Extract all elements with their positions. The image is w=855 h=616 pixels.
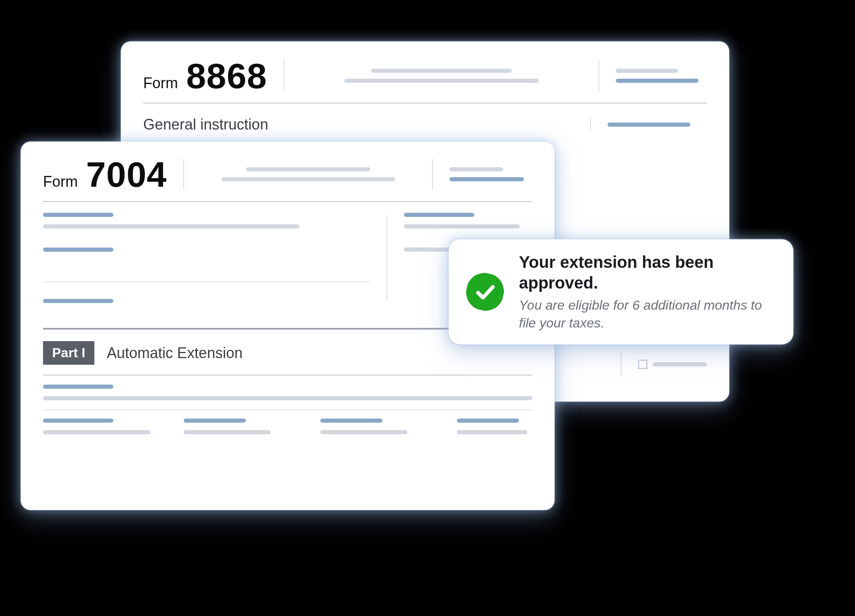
placeholder-group: [608, 116, 707, 133]
placeholder-line: [43, 213, 113, 217]
placeholder-line: [449, 177, 524, 181]
divider: [183, 159, 184, 190]
divider-line: [43, 282, 370, 282]
placeholder-line: [457, 430, 527, 434]
placeholder-line: [246, 167, 370, 171]
placeholder-line: [653, 362, 707, 366]
approval-toast: Your extension has been approved. You ar…: [449, 239, 793, 344]
placeholder-group: [449, 156, 532, 192]
form-7004-title-block: Form 7004: [43, 156, 167, 192]
divider-line: [143, 103, 707, 103]
placeholder-group: [184, 419, 287, 434]
placeholder-line: [43, 224, 300, 229]
form-7004-part-row: Part I Automatic Extension: [43, 341, 532, 365]
form-7004-label: Form: [43, 173, 78, 190]
placeholder-line: [43, 248, 113, 252]
placeholder-line: [371, 69, 512, 73]
placeholder-group: [616, 58, 707, 94]
form-8868-section-title: General instruction: [143, 116, 574, 133]
form-7004-number: 7004: [86, 156, 167, 192]
placeholder-group: [43, 213, 370, 303]
placeholder-line: [616, 69, 678, 73]
form-8868-label: Form: [143, 75, 178, 92]
placeholder-group: [621, 349, 707, 379]
placeholder-line: [43, 419, 113, 423]
form-8868-header: Form 8868: [143, 58, 707, 94]
divider-line: [43, 409, 532, 410]
toast-title: Your extension has been approved.: [519, 252, 775, 293]
placeholder-line: [320, 419, 382, 423]
placeholder-group: [301, 58, 582, 94]
divider-line: [43, 201, 532, 202]
placeholder-line: [344, 79, 539, 83]
form-7004-footer-row: [43, 419, 532, 434]
placeholder-line: [43, 385, 113, 389]
placeholder-line: [457, 419, 519, 423]
divider: [598, 60, 599, 91]
divider: [621, 352, 622, 377]
placeholder-line: [221, 177, 395, 181]
divider: [590, 118, 591, 131]
divider: [432, 159, 433, 190]
placeholder-line: [43, 299, 113, 303]
placeholder-group: [320, 419, 424, 434]
placeholder-group: [43, 385, 532, 400]
placeholder-line: [404, 224, 520, 229]
success-icon: [464, 271, 506, 313]
placeholder-line: [43, 396, 532, 400]
svg-point-0: [468, 275, 502, 308]
form-8868-section-row: General instruction: [143, 116, 707, 133]
placeholder-group: [43, 419, 151, 434]
divider: [283, 60, 284, 91]
divider-line: [43, 375, 532, 375]
placeholder-line: [320, 430, 407, 434]
placeholder-line: [608, 123, 690, 127]
part-badge: Part I: [43, 341, 94, 365]
placeholder-group: [457, 419, 540, 434]
placeholder-line: [616, 79, 699, 83]
placeholder-line: [184, 430, 271, 434]
placeholder-line: [404, 213, 474, 217]
part-title: Automatic Extension: [107, 344, 243, 362]
toast-subtitle: You are eligible for 6 additional months…: [519, 296, 775, 332]
placeholder-line: [43, 430, 151, 434]
checkbox-placeholder: [638, 360, 647, 369]
toast-text: Your extension has been approved. You ar…: [519, 252, 775, 332]
form-7004-header: Form 7004: [43, 156, 532, 192]
form-8868-title-block: Form 8868: [143, 58, 267, 94]
divider: [387, 215, 387, 301]
placeholder-line: [184, 419, 246, 423]
form-8868-number: 8868: [186, 58, 267, 94]
placeholder-group: [201, 156, 415, 192]
placeholder-line: [449, 167, 503, 171]
